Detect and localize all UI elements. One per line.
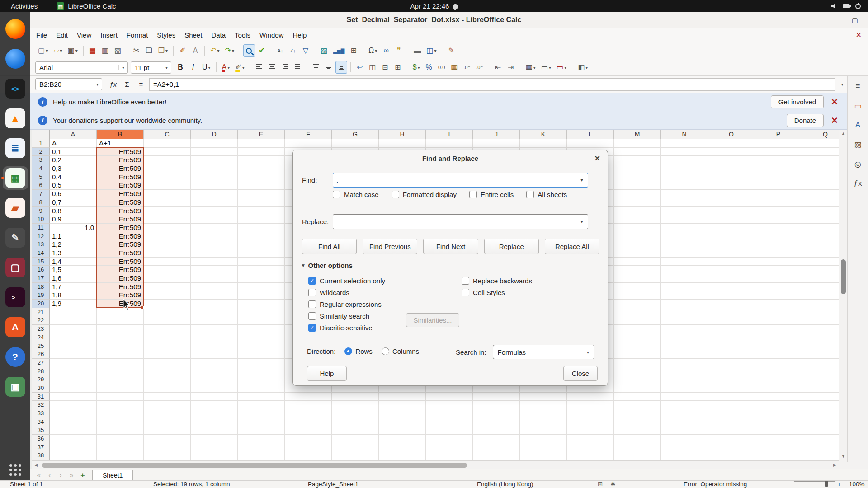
cell-Q17[interactable] [802,274,839,283]
cell-N19[interactable] [661,291,708,300]
column-header-P[interactable]: P [755,130,802,139]
cell-M8[interactable] [614,198,661,207]
cell-Q24[interactable] [802,333,839,342]
find-input[interactable]: , ▾ [333,173,588,188]
row-header-34[interactable]: 34 [32,418,50,427]
cell-E30[interactable] [238,384,285,393]
cell-A37[interactable] [50,443,97,452]
cell-E25[interactable] [238,342,285,351]
cell-D6[interactable] [191,181,238,190]
cell-B9[interactable]: Err:509 [97,207,144,216]
scroll-down-icon[interactable]: ▼ [839,453,848,460]
window-titlebar[interactable]: Set_Decimal_Separator_Dot.xlsx - LibreOf… [0,12,868,28]
thunderbird-launcher[interactable] [3,47,28,70]
cell-M24[interactable] [614,333,661,342]
first-sheet-button[interactable]: « [33,470,44,480]
cell-E13[interactable] [238,240,285,249]
format-as-date-button[interactable]: ▦ [448,61,460,74]
row-header-22[interactable]: 22 [32,316,50,325]
cell-L37[interactable] [567,443,614,452]
vertical-scrollbar[interactable]: ▲ ▼ [839,130,847,460]
cell-D16[interactable] [191,266,238,274]
cell-L38[interactable] [567,451,614,460]
checkbox-entire-cells[interactable]: Entire cells [469,191,514,198]
cell-E15[interactable] [238,258,285,266]
export-as-pdf-button[interactable]: ▤ [87,44,99,57]
cell-E22[interactable] [238,316,285,325]
dropdown-arrow-icon[interactable]: ▾ [533,65,536,70]
cell-L33[interactable] [567,409,614,418]
cell-J34[interactable] [473,418,520,427]
cell-B4[interactable]: Err:509 [97,164,144,173]
cell-D4[interactable] [191,164,238,173]
infobar-close-icon[interactable]: ✕ [831,115,838,126]
cell-H35[interactable] [379,426,426,435]
dropdown-arrow-icon[interactable]: ▾ [585,65,588,70]
row-header-1[interactable]: 1 [32,139,50,148]
replace-button[interactable]: Replace [484,239,539,254]
cell-Q13[interactable] [802,240,839,249]
row-header-17[interactable]: 17 [32,274,50,283]
cell-F33[interactable] [285,409,332,418]
cell-C6[interactable] [144,181,191,190]
cell-Q2[interactable] [802,148,839,156]
cell-N11[interactable] [661,224,708,232]
cell-B34[interactable] [97,418,144,427]
cell-D29[interactable] [191,375,238,384]
cell-M26[interactable] [614,350,661,359]
column-header-E[interactable]: E [238,130,285,139]
sheet-tab-sheet1[interactable]: Sheet1 [92,470,133,480]
cell-O9[interactable] [708,207,755,216]
cell-P20[interactable] [755,300,802,308]
cell-Q21[interactable] [802,308,839,317]
cell-A22[interactable] [50,316,97,325]
cell-N29[interactable] [661,375,708,384]
cell-D34[interactable] [191,418,238,427]
cell-C24[interactable] [144,333,191,342]
cell-P8[interactable] [755,198,802,207]
column-header-G[interactable]: G [332,130,379,139]
cell-M15[interactable] [614,258,661,266]
cell-D13[interactable] [191,240,238,249]
properties-deck-button[interactable]: ▭ [850,98,866,113]
cell-E26[interactable] [238,350,285,359]
cell-B17[interactable]: Err:509 [97,274,144,283]
align-right-button[interactable] [279,61,291,74]
cell-B29[interactable] [97,375,144,384]
insert-special-character-button[interactable]: Ω▾ [366,44,379,57]
cell-A34[interactable] [50,418,97,427]
row-header-3[interactable]: 3 [32,156,50,164]
increase-indent-button[interactable]: ⇥ [505,61,517,74]
checkbox-regular-expressions[interactable]: Regular expressions [308,300,385,308]
cell-B14[interactable]: Err:509 [97,249,144,258]
cell-A19[interactable]: 1,8 [50,291,97,300]
cell-P34[interactable] [755,418,802,427]
copy-button[interactable]: ❏ [143,44,155,57]
cell-Q3[interactable] [802,156,839,164]
checkbox-wildcards[interactable]: Wildcards [308,289,385,296]
menu-item-tools[interactable]: Tools [230,29,255,41]
cell-N2[interactable] [661,148,708,156]
cell-O21[interactable] [708,308,755,317]
cell-N31[interactable] [661,393,708,401]
cell-G31[interactable] [332,393,379,401]
gallery-deck-button[interactable]: ▨ [850,137,866,152]
functions-deck-button[interactable]: ƒx [850,176,866,191]
horizontal-scrollbar[interactable]: ◀ ▶ [32,460,839,469]
cell-B35[interactable] [97,426,144,435]
cell-D8[interactable] [191,198,238,207]
print-preview-button[interactable]: ▧ [112,44,124,57]
cell-D35[interactable] [191,426,238,435]
menu-item-window[interactable]: Window [255,29,288,41]
cell-A31[interactable] [50,393,97,401]
cell-C3[interactable] [144,156,191,164]
cell-O5[interactable] [708,173,755,182]
cell-D12[interactable] [191,232,238,241]
font-name-dropdown-icon[interactable]: ▾ [118,65,127,70]
cell-B19[interactable]: Err:509 [97,291,144,300]
cell-N25[interactable] [661,342,708,351]
cell-O8[interactable] [708,198,755,207]
cell-Q23[interactable] [802,325,839,333]
terminal-launcher[interactable]: >_ [3,286,28,309]
row-header-33[interactable]: 33 [32,409,50,418]
